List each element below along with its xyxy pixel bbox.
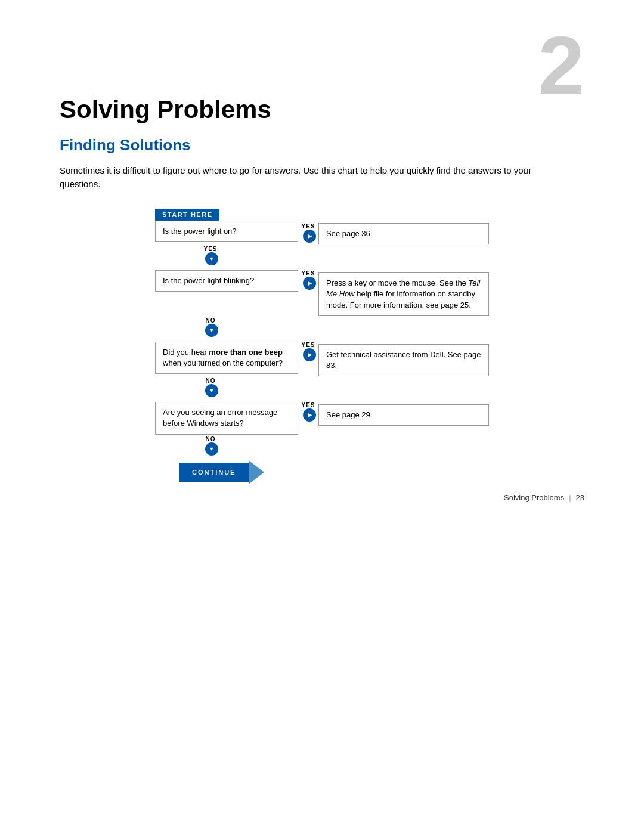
no-down-label-3: NO	[206, 377, 216, 384]
question-1-yes-down: YES	[203, 246, 489, 265]
answer-3-text: Get technical assistance from Dell. See …	[326, 350, 481, 370]
question-1-row: Is the power light on? YES See page 36.	[155, 221, 489, 244]
question-2-row: Is the power light blinking? YES Press a…	[155, 270, 489, 316]
answer-1-box: See page 36.	[318, 223, 489, 244]
question-1-answer: See page 36.	[318, 221, 489, 244]
question-3-left: Did you hear more than one beep when you…	[155, 342, 298, 376]
question-3-yes-connector: YES	[298, 342, 318, 376]
question-3-text-post: when you turned on the computer?	[163, 358, 283, 367]
question-4-section: Are you seeing an error message before W…	[155, 402, 489, 455]
question-2-section: Is the power light blinking? YES Press a…	[155, 270, 489, 337]
question-3-text-pre: Did you hear	[163, 348, 209, 357]
no-down-arrow-3	[205, 384, 218, 397]
question-1-text: Is the power light on?	[163, 227, 237, 236]
footer-divider: |	[569, 493, 571, 502]
question-4-answer: See page 29.	[318, 402, 489, 434]
question-4-no-down: NO	[203, 436, 489, 456]
question-2-box: Is the power light blinking?	[155, 270, 298, 292]
footer-page-number: 23	[576, 493, 584, 502]
question-2-left: Is the power light blinking?	[155, 270, 298, 316]
start-here-banner: START HERE	[155, 209, 489, 221]
answer-2-box: Press a key or move the mouse. See the T…	[318, 272, 489, 316]
continue-button[interactable]: CONTINUE	[179, 463, 249, 482]
page-footer: Solving Problems | 23	[504, 493, 584, 502]
question-1-section: Is the power light on? YES See page 36.	[155, 221, 489, 265]
question-2-no-down: NO	[203, 317, 489, 337]
yes-arrow-1	[303, 230, 316, 243]
no-down-label-4: NO	[206, 436, 216, 442]
continue-wrapper: CONTINUE	[179, 460, 489, 484]
yes-arrow-4	[303, 408, 316, 422]
footer-section-name: Solving Problems	[504, 493, 564, 502]
no-down-arrow-4	[205, 442, 218, 456]
answer-1-text: See page 36.	[326, 229, 372, 238]
question-3-row: Did you hear more than one beep when you…	[155, 342, 489, 376]
yes-label-1: YES	[301, 223, 315, 230]
yes-label-4: YES	[301, 402, 315, 408]
answer-4-text: See page 29.	[326, 410, 372, 419]
yes-label-3: YES	[301, 342, 315, 348]
chapter-number: 2	[538, 24, 584, 107]
answer-2-text-pre: Press a key or move the mouse. See the	[326, 278, 468, 287]
answer-3-box: Get technical assistance from Dell. See …	[318, 344, 489, 376]
page-container: 2 Solving Problems Finding Solutions Som…	[0, 0, 644, 532]
question-1-left: Is the power light on?	[155, 221, 298, 244]
no-down-arrow-2	[205, 324, 218, 337]
question-3-box: Did you hear more than one beep when you…	[155, 342, 298, 374]
question-4-text: Are you seeing an error message before W…	[163, 408, 277, 428]
question-1-box: Is the power light on?	[155, 221, 298, 242]
answer-4-box: See page 29.	[318, 404, 489, 426]
question-2-answer: Press a key or move the mouse. See the T…	[318, 270, 489, 316]
section-title: Finding Solutions	[60, 136, 584, 154]
yes-label-2: YES	[301, 270, 315, 277]
no-down-label-2: NO	[206, 317, 216, 324]
continue-chevron-icon	[249, 460, 264, 484]
question-4-yes-connector: YES	[298, 402, 318, 434]
yes-arrow-3	[303, 348, 316, 361]
question-3-no-down: NO	[203, 377, 489, 397]
question-3-bold: more than one beep	[209, 348, 283, 357]
question-2-yes-connector: YES	[298, 270, 318, 316]
question-4-box: Are you seeing an error message before W…	[155, 402, 298, 434]
question-4-left: Are you seeing an error message before W…	[155, 402, 298, 434]
question-4-row: Are you seeing an error message before W…	[155, 402, 489, 434]
question-2-text: Is the power light blinking?	[163, 276, 254, 285]
question-1-yes-connector: YES	[298, 221, 318, 244]
yes-down-arrow-1	[205, 252, 218, 265]
intro-text: Sometimes it is difficult to figure out …	[60, 164, 549, 191]
yes-arrow-2	[303, 277, 316, 290]
question-3-answer: Get technical assistance from Dell. See …	[318, 342, 489, 376]
chapter-title: Solving Problems	[60, 95, 584, 124]
yes-down-label-1: YES	[203, 246, 217, 252]
question-3-section: Did you hear more than one beep when you…	[155, 342, 489, 397]
flowchart: START HERE Is the power light on? YES	[155, 209, 489, 484]
